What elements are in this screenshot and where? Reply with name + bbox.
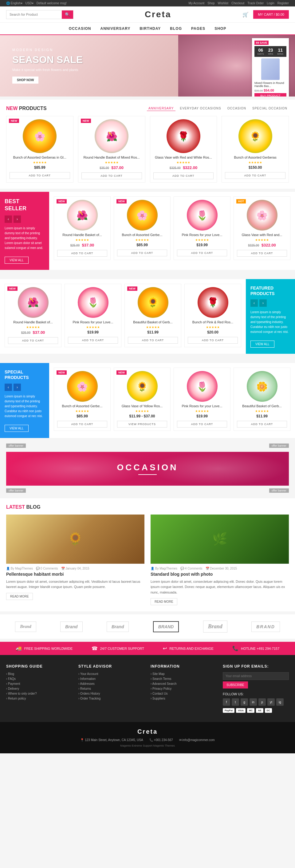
add-to-cart-button[interactable]: ADD TO CART (57, 250, 107, 257)
footer-link-payment[interactable]: Payment (6, 682, 72, 685)
footer-link-where[interactable]: Where to only order? (6, 692, 72, 695)
add-to-cart-button[interactable]: ADD TO CART (117, 250, 167, 256)
nav-pages[interactable]: PAGES (191, 26, 205, 31)
google-plus-icon[interactable]: g (240, 698, 248, 706)
support-text: 24/7 CUSTOMER SUPPORT (100, 647, 144, 650)
search-form[interactable]: 🔍 (6, 10, 73, 19)
shop-link[interactable]: Shop (207, 2, 215, 5)
youtube-icon[interactable]: yt (267, 698, 275, 706)
footer-link-addresses[interactable]: Addresses (78, 682, 144, 685)
read-more-button[interactable]: READ MORE (6, 593, 33, 600)
product-image: 🌹 (167, 119, 200, 153)
product-card: 🌹 Bunch of Pink & Red Ros... ★★★★★ $20.0… (185, 284, 241, 347)
special-view-all[interactable]: VIEW ALL (5, 425, 29, 432)
search-input[interactable] (6, 10, 62, 19)
footer-email: ✉ info@magicommer.com (179, 738, 215, 742)
hero-shop-now-button[interactable]: SHOP NOW (12, 76, 38, 84)
footer-link-faqs[interactable]: FAQs (6, 677, 72, 681)
footer-link-orders-history[interactable]: Orders History (78, 692, 144, 695)
product-price: $19.99 (68, 330, 118, 334)
offer-row-bottom: offer banner offer banner (6, 488, 289, 493)
add-to-cart-button[interactable]: ADD TO CART (188, 337, 238, 344)
footer-link-return[interactable]: Return policy (6, 697, 72, 700)
subscribe-button[interactable]: SUBSCRIBE (223, 681, 248, 688)
footer-link-sitemap[interactable]: Site Map (151, 672, 217, 676)
add-to-cart-button[interactable]: ADD TO CART (177, 250, 227, 256)
facebook-icon[interactable]: f (223, 698, 230, 706)
nav-birthday[interactable]: BIRTHDAY (139, 26, 161, 31)
product-image: 🌸 (23, 119, 57, 153)
next-arrow[interactable]: › (13, 383, 21, 391)
track-order-link[interactable]: Track Order (248, 2, 264, 5)
featured-view-all[interactable]: VIEW ALL (251, 341, 274, 348)
register-link[interactable]: Register (277, 2, 289, 5)
nav-blog[interactable]: BLOG (170, 26, 182, 31)
footer-col-title: STYLE ADVISOR (78, 664, 144, 669)
product-price: $11.99 (128, 330, 178, 334)
read-more-button[interactable]: READ MORE (151, 598, 177, 605)
view-products-button[interactable]: VIEW PRODUCTS (117, 421, 167, 428)
nav-anniversary[interactable]: ANNIVERSARY (100, 26, 131, 31)
social-icons: f t g in p yt ig (223, 698, 289, 706)
add-to-cart-button[interactable]: ADD TO CART (153, 173, 214, 179)
add-to-cart-button[interactable]: ADD TO CART (57, 421, 107, 428)
prev-arrow[interactable]: ‹ (5, 383, 12, 391)
twitter-icon[interactable]: t (232, 698, 239, 706)
my-account-link[interactable]: My Account (189, 2, 205, 5)
add-to-cart-button[interactable]: ADD TO CART (237, 421, 287, 428)
footer-link-privacy[interactable]: Privacy Policy (151, 687, 217, 690)
linkedin-icon[interactable]: in (250, 698, 257, 706)
nav-occasion[interactable]: OCCASION (69, 26, 91, 31)
add-to-cart-button[interactable]: ADD TO CART (9, 172, 70, 179)
footer-link-tracking[interactable]: Order Tracking (78, 697, 144, 700)
best-seller-view-all[interactable]: VIEW ALL (5, 257, 29, 264)
tab-occasion[interactable]: OCCASION (226, 106, 248, 111)
footer-link-returns[interactable]: Returns (78, 687, 144, 690)
cart-button[interactable]: MY CART / $0.00 (253, 10, 289, 19)
instagram-icon[interactable]: ig (276, 698, 284, 706)
footer-link-contact[interactable]: Contact Us (151, 692, 217, 695)
search-button[interactable]: 🔍 (62, 10, 73, 19)
add-to-cart-button[interactable]: ADD TO CART (8, 337, 58, 344)
footer-link-suppliers[interactable]: Suppliers (151, 697, 217, 700)
product-name: Pink Roses for your Love... (177, 404, 227, 408)
product-name: Round Handle Basket of Mixed Ros... (81, 156, 142, 159)
footer-link-search-terms[interactable]: Search Terms (151, 677, 217, 681)
currency-selector[interactable]: USD▾ (26, 2, 33, 5)
newsletter-email-input[interactable] (223, 672, 289, 680)
footer-col-title: SHOPPING GUIDE (6, 664, 72, 669)
footer-link-account[interactable]: Your Account (78, 672, 144, 676)
add-to-cart-button[interactable]: ADD TO CART (237, 250, 287, 257)
buy-product-button[interactable]: BUY PRODUCT (255, 93, 286, 96)
next-arrow[interactable]: › (259, 299, 267, 307)
add-to-cart-button[interactable]: ADD TO CART (68, 337, 118, 344)
language-selector[interactable]: 🌐 English▾ (6, 2, 23, 5)
add-to-cart-button[interactable]: ADD TO CART (81, 173, 142, 179)
product-price-old: $35.00 (100, 166, 109, 170)
occasion-banner: OCCASION (6, 452, 289, 486)
site-logo[interactable]: Creta (145, 9, 171, 19)
prev-arrow[interactable]: ‹ (251, 299, 258, 307)
add-to-cart-button[interactable]: ADD TO CART (177, 421, 227, 428)
wishlist-link[interactable]: Wishlist (218, 2, 228, 5)
footer-link-delivery[interactable]: Delivery (6, 687, 72, 690)
nav-shop[interactable]: SHOP (215, 26, 226, 31)
footer-link-advanced-search[interactable]: Advanced Search (151, 682, 217, 685)
product-stars: ★★★★★ (117, 238, 167, 242)
login-link[interactable]: Login (267, 2, 274, 5)
next-arrow[interactable]: › (13, 215, 21, 223)
pinterest-icon[interactable]: p (258, 698, 266, 706)
tab-everyday[interactable]: EVERYDAY OCCASIONS (178, 106, 223, 111)
checkout-link[interactable]: Checkout (231, 2, 244, 5)
prev-arrow[interactable]: ‹ (5, 215, 12, 223)
product-price-new: $322.00 (262, 243, 276, 247)
add-to-cart-button[interactable]: ADD TO CART (128, 337, 178, 344)
tab-anniversary[interactable]: ANNIVERSARY (147, 106, 175, 111)
product-price: $85.99 (117, 243, 167, 247)
countdown-timer: 06 DAYS 23 HRS 11 MINS (255, 46, 286, 57)
footer-link-information[interactable]: Information (78, 677, 144, 681)
product-badge: HOT (236, 199, 246, 204)
add-to-cart-button[interactable]: ADD TO CART (225, 172, 286, 179)
footer-link-blog[interactable]: Blog (6, 672, 72, 676)
tab-special[interactable]: SPECIAL OCCASION (251, 106, 289, 111)
